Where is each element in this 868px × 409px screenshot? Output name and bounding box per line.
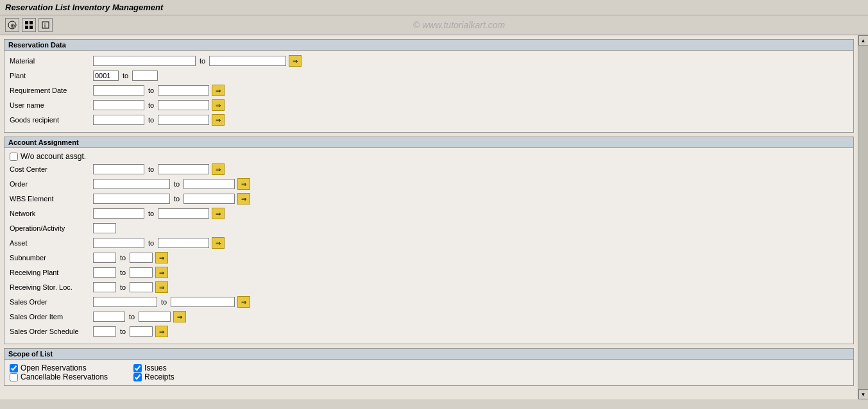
scope-of-list-section: Scope of List Open Reservations Cancella… — [4, 348, 854, 386]
cost-center-from-input[interactable] — [93, 164, 144, 174]
user-name-arrow-button[interactable]: ⇒ — [212, 99, 225, 111]
account-assignment-header: Account Assignment — [4, 137, 853, 148]
network-from-input[interactable] — [93, 208, 144, 219]
user-name-label: User name — [10, 101, 93, 109]
sales-order-to-label: to — [161, 298, 167, 306]
subnumber-row: Subnumber to ⇒ — [10, 251, 848, 264]
sales-order-schedule-from-input[interactable] — [93, 326, 116, 337]
subnumber-label: Subnumber — [10, 254, 93, 262]
open-reservations-checkbox[interactable] — [10, 364, 18, 372]
receiving-stor-loc-row: Receiving Stor. Loc. to ⇒ — [10, 281, 848, 294]
requirement-date-to-input[interactable] — [158, 85, 209, 96]
asset-arrow-button[interactable]: ⇒ — [212, 237, 225, 249]
svg-rect-3 — [30, 21, 33, 24]
sales-order-schedule-to-input[interactable] — [130, 326, 153, 337]
asset-label: Asset — [10, 239, 93, 247]
wo-account-label: W/o account assgt. — [21, 152, 86, 161]
scrollbar[interactable]: ▲ ▼ — [858, 35, 868, 399]
receiving-plant-arrow-button[interactable]: ⇒ — [155, 267, 168, 278]
scroll-up-button[interactable]: ▲ — [858, 35, 869, 46]
asset-to-input[interactable] — [158, 238, 209, 248]
goods-recipient-from-input[interactable] — [93, 115, 144, 125]
sales-order-item-to-input[interactable] — [139, 312, 171, 322]
back-button[interactable]: ⊕ — [5, 18, 19, 32]
asset-to-label: to — [148, 239, 154, 247]
goods-recipient-arrow-button[interactable]: ⇒ — [212, 114, 225, 126]
requirement-date-arrow-button[interactable]: ⇒ — [212, 85, 225, 96]
grid-button[interactable] — [22, 18, 36, 32]
receipts-checkbox[interactable] — [133, 373, 142, 381]
order-from-input[interactable] — [93, 179, 170, 189]
network-to-label: to — [148, 210, 154, 217]
goods-recipient-row: Goods recipient to ⇒ — [10, 113, 848, 126]
sales-order-to-input[interactable] — [171, 297, 235, 307]
cancellable-reservations-checkbox[interactable] — [10, 373, 18, 381]
sales-order-item-arrow-button[interactable]: ⇒ — [173, 311, 186, 322]
subnumber-to-input[interactable] — [130, 253, 153, 263]
open-reservations-label: Open Reservations — [21, 363, 87, 372]
wbs-arrow-button[interactable]: ⇒ — [237, 193, 250, 204]
material-label: Material — [10, 57, 93, 65]
title-bar: Reservation List Inventory Management — [0, 0, 868, 15]
network-arrow-button[interactable]: ⇒ — [212, 208, 225, 219]
toolbar: ⊕ i © www.tutorialkart.com — [0, 15, 868, 35]
operation-activity-label: Operation/Activity — [10, 224, 93, 232]
order-to-input[interactable] — [183, 179, 235, 189]
cost-center-arrow-button[interactable]: ⇒ — [212, 163, 225, 175]
order-row: Order to ⇒ — [10, 178, 848, 190]
scroll-track — [858, 46, 869, 389]
open-reservations-item: Open Reservations — [10, 363, 108, 372]
wo-account-checkbox[interactable] — [10, 153, 18, 161]
account-assignment-body: W/o account assgt. Cost Center to ⇒ Orde… — [4, 148, 853, 344]
svg-rect-2 — [25, 21, 28, 24]
operation-activity-input[interactable] — [93, 223, 116, 233]
scope-of-list-header: Scope of List — [4, 349, 853, 360]
wbs-from-input[interactable] — [93, 194, 170, 204]
receiving-plant-to-input[interactable] — [130, 267, 153, 278]
sales-order-item-from-input[interactable] — [93, 312, 125, 322]
sales-order-arrow-button[interactable]: ⇒ — [237, 296, 250, 308]
requirement-date-from-input[interactable] — [93, 85, 144, 96]
plant-to-input[interactable] — [132, 71, 158, 81]
plant-to-label: to — [123, 72, 128, 79]
subnumber-arrow-button[interactable]: ⇒ — [155, 252, 168, 263]
order-arrow-button[interactable]: ⇒ — [237, 178, 250, 190]
receiving-stor-loc-to-label: to — [120, 283, 126, 291]
scroll-down-button[interactable]: ▼ — [858, 389, 869, 399]
asset-from-input[interactable] — [93, 238, 144, 248]
goods-recipient-to-input[interactable] — [158, 115, 209, 125]
issues-checkbox[interactable] — [133, 364, 142, 372]
material-from-input[interactable] — [93, 56, 196, 66]
wo-account-row: W/o account assgt. — [10, 152, 848, 161]
issues-item: Issues — [133, 363, 174, 372]
receiving-plant-to-label: to — [120, 269, 126, 276]
sales-order-row: Sales Order to ⇒ — [10, 296, 848, 308]
wbs-to-input[interactable] — [183, 194, 235, 204]
sales-order-label: Sales Order — [10, 298, 93, 306]
subnumber-from-input[interactable] — [93, 253, 116, 263]
network-to-input[interactable] — [158, 208, 209, 219]
receiving-stor-loc-to-input[interactable] — [130, 282, 153, 292]
receiving-plant-label: Receiving Plant — [10, 269, 93, 276]
receiving-stor-loc-from-input[interactable] — [93, 282, 116, 292]
plant-label: Plant — [10, 72, 93, 79]
reservation-data-body: Material to ⇒ Plant to Requirement Date … — [4, 51, 853, 132]
requirement-date-to-label: to — [148, 87, 154, 94]
network-row: Network to ⇒ — [10, 207, 848, 220]
sales-order-schedule-arrow-button[interactable]: ⇒ — [155, 326, 168, 337]
material-to-input[interactable] — [209, 56, 286, 66]
sales-order-from-input[interactable] — [93, 297, 157, 307]
receiving-stor-loc-arrow-button[interactable]: ⇒ — [155, 281, 168, 293]
sales-order-item-label: Sales Order Item — [10, 313, 93, 321]
sales-order-item-to-label: to — [129, 313, 135, 321]
cost-center-to-input[interactable] — [158, 164, 209, 174]
user-name-to-input[interactable] — [158, 100, 209, 110]
user-name-from-input[interactable] — [93, 100, 144, 110]
material-arrow-button[interactable]: ⇒ — [289, 55, 302, 67]
sales-order-schedule-to-label: to — [120, 328, 126, 335]
receiving-plant-from-input[interactable] — [93, 267, 116, 278]
plant-from-input[interactable] — [93, 71, 119, 81]
reservation-data-header: Reservation Data — [4, 40, 853, 51]
sales-order-schedule-label: Sales Order Schedule — [10, 328, 93, 335]
info-button[interactable]: i — [38, 18, 53, 32]
